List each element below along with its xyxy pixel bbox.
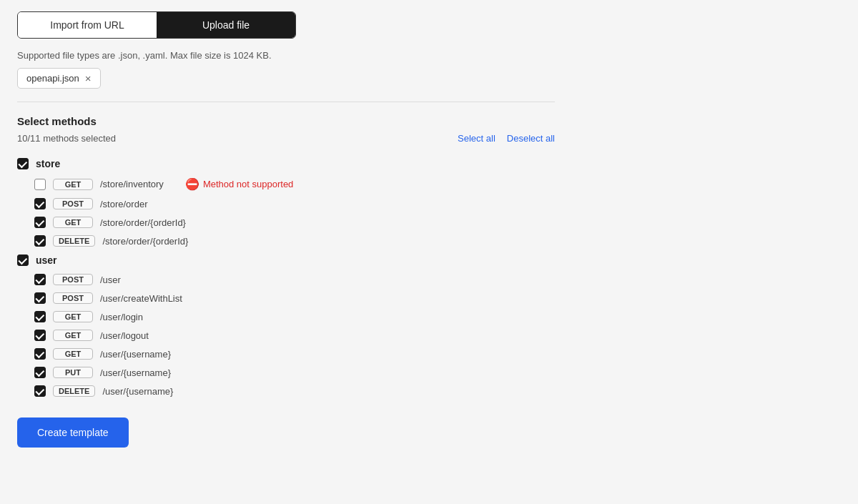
- methods-header: 10/11 methods selected Select all Desele…: [17, 133, 555, 144]
- group-checkbox-user[interactable]: [17, 255, 29, 266]
- method-row: POST/user/createWithList: [17, 289, 555, 307]
- method-checkbox-user-5[interactable]: [34, 367, 46, 378]
- method-checkbox-user-3[interactable]: [34, 330, 46, 341]
- deselect-all-button[interactable]: Deselect all: [507, 133, 555, 144]
- method-checkbox-user-6[interactable]: [34, 385, 46, 397]
- methods-count: 10/11 methods selected: [17, 133, 116, 144]
- create-template-button[interactable]: Create template: [17, 417, 129, 448]
- tab-upload-file[interactable]: Upload file: [157, 12, 295, 38]
- method-path: /store/order/{orderId}: [100, 217, 186, 228]
- method-row: DELETE/store/order/{orderId}: [17, 232, 555, 250]
- method-row: GET/user/login: [17, 307, 555, 326]
- method-row: PUT/user/{username}: [17, 363, 555, 382]
- method-checkbox-store-0[interactable]: [34, 179, 46, 190]
- tab-group: Import from URL Upload file: [17, 11, 296, 39]
- method-path: /user/login: [100, 312, 143, 322]
- method-badge: POST: [53, 292, 93, 304]
- method-badge: POST: [53, 198, 93, 209]
- method-badge: GET: [53, 311, 93, 322]
- method-checkbox-user-0[interactable]: [34, 274, 46, 285]
- method-path: /store/inventory: [100, 179, 164, 189]
- method-checkbox-store-1[interactable]: [34, 198, 46, 209]
- error-message: ⛔Method not supported: [185, 177, 293, 191]
- method-row: POST/store/order: [17, 194, 555, 213]
- method-path: /user/createWithList: [100, 293, 182, 304]
- select-all-button[interactable]: Select all: [458, 133, 495, 144]
- method-checkbox-user-1[interactable]: [34, 292, 46, 304]
- method-badge: GET: [53, 348, 93, 360]
- file-name: openapi.json: [26, 73, 79, 84]
- group-label-store: store: [36, 158, 60, 169]
- method-path: /store/order/{orderId}: [102, 236, 188, 247]
- method-row: GET/store/order/{orderId}: [17, 213, 555, 232]
- error-text: Method not supported: [203, 179, 293, 189]
- method-checkbox-store-3[interactable]: [34, 235, 46, 247]
- method-checkbox-store-2[interactable]: [34, 217, 46, 228]
- method-path: /user/{username}: [100, 349, 171, 360]
- methods-list: storeGET/store/inventory⛔Method not supp…: [17, 154, 555, 400]
- method-badge: GET: [53, 179, 93, 190]
- method-badge: DELETE: [53, 385, 95, 397]
- error-icon: ⛔: [185, 177, 199, 191]
- method-path: /user/{username}: [102, 386, 173, 397]
- method-checkbox-user-2[interactable]: [34, 311, 46, 322]
- method-row: POST/user: [17, 270, 555, 289]
- method-badge: GET: [53, 330, 93, 341]
- method-checkbox-user-4[interactable]: [34, 348, 46, 360]
- group-row-user: user: [17, 250, 555, 270]
- method-path: /store/order: [100, 199, 147, 209]
- method-path: /user/logout: [100, 330, 149, 341]
- group-label-user: user: [36, 255, 57, 266]
- group-row-store: store: [17, 154, 555, 174]
- group-checkbox-store[interactable]: [17, 158, 29, 169]
- methods-actions: Select all Deselect all: [458, 133, 555, 144]
- close-icon[interactable]: ×: [85, 73, 92, 84]
- method-badge: DELETE: [53, 235, 95, 247]
- method-row: GET/store/inventory⛔Method not supported: [17, 174, 555, 194]
- method-badge: GET: [53, 217, 93, 228]
- method-path: /user: [100, 275, 121, 285]
- method-badge: PUT: [53, 367, 93, 378]
- section-title: Select methods: [17, 115, 555, 127]
- tab-import-from-url[interactable]: Import from URL: [18, 12, 157, 38]
- divider: [17, 102, 555, 102]
- method-row: DELETE/user/{username}: [17, 382, 555, 400]
- method-row: GET/user/{username}: [17, 345, 555, 363]
- method-row: GET/user/logout: [17, 326, 555, 345]
- file-info-text: Supported file types are .json, .yaml. M…: [17, 50, 555, 61]
- method-badge: POST: [53, 274, 93, 285]
- file-tag: openapi.json ×: [17, 68, 101, 89]
- method-path: /user/{username}: [100, 367, 171, 378]
